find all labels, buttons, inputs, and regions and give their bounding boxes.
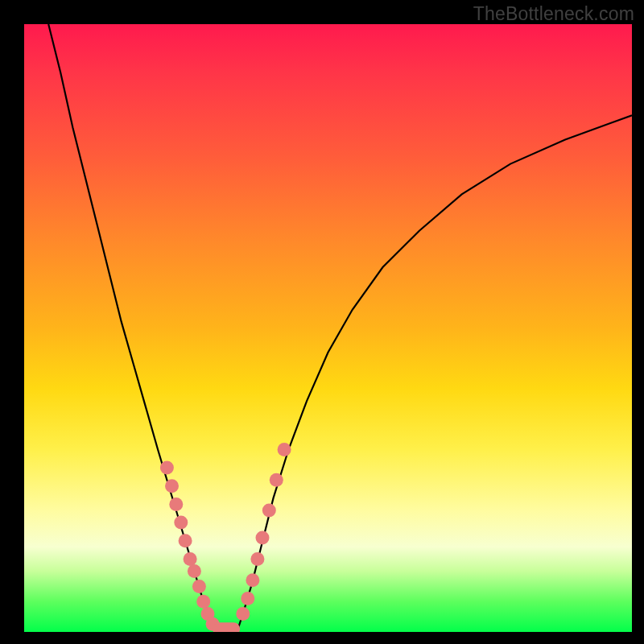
- highlight-dot: [278, 443, 291, 456]
- highlight-dot: [192, 580, 206, 593]
- highlight-bar: [213, 622, 240, 632]
- highlight-dot: [174, 516, 188, 530]
- highlight-dot: [246, 573, 259, 587]
- highlight-dot: [165, 479, 179, 493]
- highlight-dot: [184, 552, 197, 566]
- highlight-dot: [196, 595, 210, 609]
- watermark-text: TheBottleneck.com: [473, 3, 634, 25]
- highlight-dot: [250, 552, 264, 566]
- highlight-dot: [256, 531, 270, 545]
- highlight-dot: [169, 497, 183, 511]
- curve-right: [237, 115, 632, 632]
- highlight-dot: [160, 461, 174, 475]
- highlight-dot: [236, 607, 250, 621]
- bottleneck-curve: [24, 24, 632, 632]
- highlight-dot: [241, 592, 254, 605]
- chart-frame: TheBottleneck.com: [0, 0, 644, 644]
- highlight-dot: [262, 504, 276, 518]
- highlight-bottom-bar: [213, 622, 240, 632]
- highlight-dots-left: [160, 461, 220, 631]
- highlight-dot: [188, 564, 201, 578]
- highlight-dot: [179, 534, 192, 547]
- highlight-dot: [270, 473, 283, 487]
- plot-area: [24, 24, 632, 632]
